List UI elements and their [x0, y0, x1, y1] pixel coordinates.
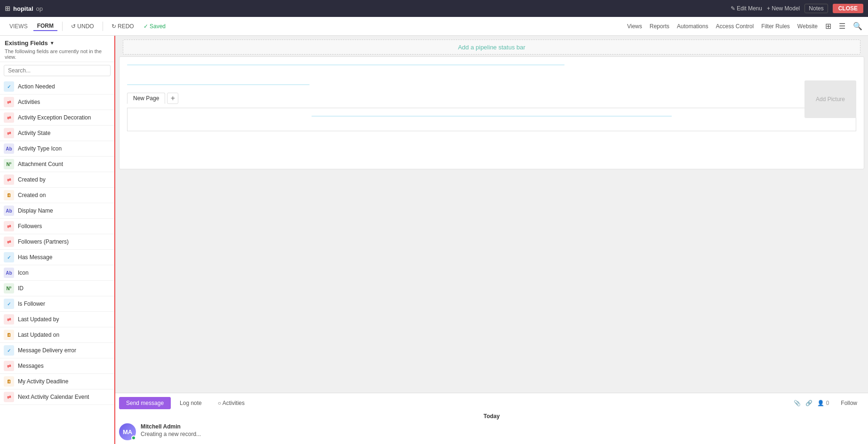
- toolbar-divider2: [103, 22, 103, 31]
- field-item[interactable]: N° Attachment Count: [0, 157, 114, 172]
- log-note-tab[interactable]: Log note: [173, 397, 209, 409]
- sidebar-subtitle: The following fields are currently not i…: [5, 48, 110, 60]
- nav-reports[interactable]: Reports: [650, 23, 669, 30]
- activities-circle-icon: ○: [218, 400, 223, 406]
- undo-button[interactable]: ↺ UNDO: [67, 22, 98, 31]
- field-item[interactable]: ⇌ Next Activity Calendar Event: [0, 389, 114, 405]
- field-icon: ⇌: [4, 392, 14, 402]
- field-icon: ⇌: [4, 128, 14, 138]
- app-name: hopital: [13, 5, 33, 12]
- field-item[interactable]: ✓ Has Message: [0, 250, 114, 265]
- person-icon: 👤: [817, 400, 824, 406]
- field-label: Followers (Partners): [18, 238, 69, 245]
- top-nav-actions: ✎ Edit Menu + New Model Notes CLOSE: [731, 4, 863, 13]
- app-icon[interactable]: ⊞ hopital op: [5, 5, 43, 12]
- nav-access-control[interactable]: Access Control: [716, 23, 754, 30]
- form-line-1: [127, 64, 565, 65]
- editor-toolbar: VIEWS FORM ↺ UNDO ↻ REDO ✓ Saved Views R…: [0, 17, 868, 36]
- field-icon: ✓: [4, 81, 14, 92]
- field-item[interactable]: ⇌ Activity State: [0, 126, 114, 141]
- field-icon: Ab: [4, 206, 14, 216]
- field-item[interactable]: ⇌ Messages: [0, 358, 114, 374]
- pipeline-bar-text: Add a pipeline status bar: [458, 44, 525, 51]
- new-page-tab[interactable]: New Page: [127, 93, 165, 104]
- field-label: Action Needed: [18, 83, 55, 90]
- message-item: MA Mitchell Admin Creating a new record.…: [119, 423, 864, 440]
- field-icon: ⇌: [4, 112, 14, 123]
- field-item[interactable]: ⇌ Activities: [0, 95, 114, 110]
- field-icon: ⇌: [4, 314, 14, 325]
- list-view-icon[interactable]: ☰: [839, 22, 845, 31]
- field-item[interactable]: ✓ Message Delivery error: [0, 343, 114, 358]
- field-item[interactable]: N° ID: [0, 281, 114, 296]
- nav-filter-rules[interactable]: Filter Rules: [761, 23, 790, 30]
- view-toggle-icon[interactable]: ⊞: [825, 22, 831, 31]
- field-label: Last Updated on: [18, 332, 59, 338]
- field-item[interactable]: ⇌ Last Updated by: [0, 312, 114, 327]
- link-icon[interactable]: 🔗: [805, 400, 812, 406]
- search-input[interactable]: [4, 65, 111, 76]
- follower-count-badge: 👤 0: [817, 400, 829, 406]
- field-icon: ⇌: [4, 361, 14, 371]
- field-label: Message Delivery error: [18, 347, 76, 354]
- new-model-btn[interactable]: + New Model: [767, 5, 800, 12]
- search-icon[interactable]: 🔍: [853, 22, 862, 31]
- field-icon: ✓: [4, 299, 14, 309]
- field-item[interactable]: 🗓 Created on: [0, 188, 114, 203]
- field-item[interactable]: ⇌ Followers: [0, 219, 114, 234]
- grid-icon: ⊞: [5, 5, 10, 12]
- toolbar-nav: Views Reports Automations Access Control…: [627, 22, 862, 31]
- chevron-down-icon: ▼: [50, 40, 55, 46]
- message-content: Mitchell Admin Creating a new record...: [141, 423, 201, 437]
- field-label: Followers: [18, 223, 42, 230]
- field-icon: Ab: [4, 143, 14, 154]
- field-label: Has Message: [18, 254, 52, 261]
- field-label: Icon: [18, 270, 29, 276]
- field-icon: ⇌: [4, 97, 14, 107]
- tab-form[interactable]: FORM: [33, 22, 57, 31]
- field-icon: ✓: [4, 252, 14, 262]
- add-picture-placeholder[interactable]: Add Picture: [804, 80, 856, 118]
- redo-button[interactable]: ↻ REDO: [108, 22, 138, 31]
- close-button[interactable]: CLOSE: [833, 4, 863, 13]
- notes-button[interactable]: Notes: [804, 4, 828, 13]
- field-item[interactable]: Ab Icon: [0, 265, 114, 281]
- toolbar-divider: [62, 22, 63, 31]
- saved-status: ✓ Saved: [143, 23, 166, 30]
- activities-tab[interactable]: ○ Activities: [211, 397, 252, 409]
- field-item[interactable]: 🗓 Last Updated on: [0, 327, 114, 343]
- edit-menu-btn[interactable]: ✎ Edit Menu: [731, 5, 762, 12]
- tab-views[interactable]: VIEWS: [6, 22, 32, 31]
- field-item[interactable]: ✓ Is Follower: [0, 296, 114, 312]
- field-item[interactable]: ✓ Action Needed: [0, 79, 114, 95]
- field-item[interactable]: Ab Display Name: [0, 203, 114, 219]
- attachment-icon[interactable]: 📎: [794, 400, 801, 406]
- send-message-tab[interactable]: Send message: [119, 397, 171, 409]
- app-env: op: [36, 5, 43, 12]
- field-icon: Ab: [4, 268, 14, 278]
- message-author: Mitchell Admin: [141, 423, 201, 430]
- field-icon: N°: [4, 283, 14, 293]
- avatar: MA: [119, 423, 136, 440]
- field-item[interactable]: ⇌ Created by: [0, 172, 114, 188]
- field-item[interactable]: 🗓 My Activity Deadline: [0, 374, 114, 389]
- field-item[interactable]: ⇌ Activity Exception Decoration: [0, 110, 114, 126]
- field-label: ID: [18, 285, 24, 292]
- pipeline-status-bar[interactable]: Add a pipeline status bar: [123, 40, 860, 55]
- message-date: Today: [119, 413, 864, 420]
- nav-automations[interactable]: Automations: [677, 23, 709, 30]
- form-line-2: [127, 84, 310, 85]
- nav-website[interactable]: Website: [797, 23, 818, 30]
- field-item[interactable]: Ab Activity Type Icon: [0, 141, 114, 157]
- follow-button[interactable]: Follow: [834, 397, 864, 409]
- messages-section: Send message Log note ○ Activities 📎 🔗 👤…: [115, 393, 868, 444]
- form-main-box: Add Picture New Page +: [119, 56, 864, 169]
- field-icon: 🗓: [4, 330, 14, 340]
- tab-content-area: [127, 108, 856, 131]
- nav-views[interactable]: Views: [627, 23, 642, 30]
- content-area: Add a pipeline status bar Add Picture Ne…: [115, 36, 868, 444]
- field-icon: N°: [4, 159, 14, 169]
- field-label: Is Follower: [18, 301, 45, 307]
- field-item[interactable]: ⇌ Followers (Partners): [0, 234, 114, 250]
- add-tab-btn[interactable]: +: [167, 93, 178, 104]
